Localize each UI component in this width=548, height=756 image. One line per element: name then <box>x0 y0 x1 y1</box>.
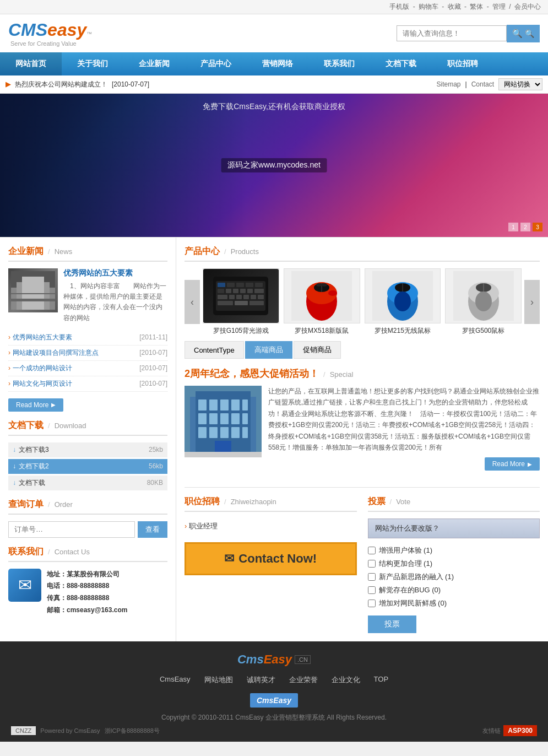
download-item-3[interactable]: ↓ 文档下载 80KB <box>8 476 167 490</box>
svg-rect-23 <box>251 295 256 299</box>
banner-dot-2[interactable]: 2 <box>520 223 530 231</box>
vote-checkbox-4[interactable] <box>368 586 376 594</box>
ticker-right: Sitemap | Contact 网站切换 <box>436 78 542 90</box>
vote-checkbox-2[interactable] <box>368 560 376 568</box>
promo-read-more[interactable]: Read More <box>485 457 540 471</box>
footer-nav-honor[interactable]: 企业荣誉 <box>289 675 318 685</box>
promo-text: 让您的产品，在互联网上普通盖地！想让更多的客户找到您吗？易通企业网站系统独创企业… <box>268 386 540 453</box>
promo-image <box>185 386 262 457</box>
order-input[interactable] <box>8 521 135 538</box>
ticker-text-container: ▶ 热烈庆祝本公司网站构建成立！ [2010-07-07] <box>6 80 149 89</box>
topbar-cart[interactable]: 购物车 <box>419 3 438 10</box>
svg-rect-56 <box>242 399 248 411</box>
sitemap-link[interactable]: Sitemap <box>436 80 460 88</box>
nav-downloads[interactable]: 文档下载 <box>370 52 432 75</box>
banner-dot-3[interactable]: 3 <box>533 223 542 231</box>
contact-now-label: Contact Now! <box>238 552 317 565</box>
download-icon-2: ↓ <box>13 462 16 470</box>
vote-option-3[interactable]: 新产品新思路的融入 (1) <box>368 570 540 584</box>
news-item-link-2[interactable]: 网站建设项目合同撰写注意点 <box>8 348 99 358</box>
promo-building-art <box>185 386 262 457</box>
download-icon-1: ↓ <box>13 446 16 453</box>
svg-rect-63 <box>209 427 218 438</box>
download-name-1: 文档下载3 <box>19 445 149 455</box>
topbar-member[interactable]: 会员中心 <box>514 3 541 10</box>
tab-high-end[interactable]: 高端商品 <box>245 341 292 359</box>
products-title: 产品中心 <box>185 246 220 257</box>
product-item-2: 罗技MX518新版鼠 <box>284 268 360 336</box>
footer-copyright: Copyright © 20010-2011 CmsEasy 企业营销型整理系统… <box>11 713 537 722</box>
footer-nav-sitemap[interactable]: 网站地图 <box>204 675 233 685</box>
svg-rect-9 <box>227 283 235 287</box>
vote-submit-button[interactable]: 投票 <box>368 615 416 633</box>
nav-products[interactable]: 产品中心 <box>185 52 247 75</box>
vote-option-4[interactable]: 解觉存在的BUG (0) <box>368 584 540 597</box>
banner-dot-1[interactable]: 1 <box>508 223 518 231</box>
envelope-icon: ✉ <box>224 552 234 565</box>
search-icon: 🔍 <box>512 29 523 38</box>
topbar-traditional[interactable]: 繁体 <box>470 3 483 10</box>
nav-marketing[interactable]: 营销网络 <box>247 52 308 75</box>
banner-dots: 1 2 3 <box>508 223 542 231</box>
download-subtitle: Download <box>55 422 86 430</box>
download-size-2: 56kb <box>149 462 163 470</box>
news-item-date-2: [2010-07] <box>139 349 167 357</box>
topbar-favorites[interactable]: 收藏 <box>448 3 461 10</box>
svg-rect-27 <box>249 301 264 305</box>
topbar-admin[interactable]: 管理 <box>492 3 506 10</box>
nav-home[interactable]: 网站首页 <box>0 52 62 75</box>
promo-separator: / <box>323 370 325 379</box>
vote-option-2[interactable]: 结构更加合理 (1) <box>368 557 540 570</box>
footer-logo-sub: .CN <box>295 655 311 664</box>
topbar-mobile[interactable]: 手机版 <box>389 3 409 10</box>
ticker-text: 热烈庆祝本公司网站构建成立！ <box>15 80 107 89</box>
nav-about[interactable]: 关于我们 <box>62 52 123 75</box>
order-subtitle: Order <box>55 500 73 509</box>
svg-rect-11 <box>246 283 253 287</box>
contact-info: ✉ 地址：某某股份有限公司 电话：888-88888888 传真：888-888… <box>8 569 167 616</box>
news-section-header: 企业新闻 / News <box>8 246 167 262</box>
search-input[interactable] <box>397 25 507 41</box>
download-item-1[interactable]: ↓ 文档下载3 25kb <box>8 442 167 457</box>
products-section-header: 产品中心 / Products <box>185 246 540 262</box>
contact-link[interactable]: Contact <box>471 80 494 88</box>
tab-promo[interactable]: 促销商品 <box>294 341 341 359</box>
icp-text: 浙ICP备88888888号 <box>105 727 160 735</box>
news-featured-title: 优秀网站的五大要素 <box>63 268 167 278</box>
news-item-link-1[interactable]: 优秀网站的五大要素 <box>8 333 72 342</box>
svg-rect-20 <box>229 295 235 299</box>
nav-contact[interactable]: 联系我们 <box>308 52 370 75</box>
footer-nav-culture[interactable]: 企业文化 <box>332 675 360 685</box>
news-list: 优秀网站的五大要素 [2011-11] 网站建设项目合同撰写注意点 [2010-… <box>8 330 167 392</box>
footer-nav-cmseasy[interactable]: CmsEasy <box>160 675 191 685</box>
news-item-date-1: [2011-11] <box>139 333 167 341</box>
svg-rect-66 <box>242 427 248 438</box>
footer-nav-jobs[interactable]: 诚聘英才 <box>247 675 275 685</box>
nav-news[interactable]: 企业新闻 <box>123 52 185 75</box>
carousel-prev-btn[interactable]: ‹ <box>185 280 200 324</box>
svg-rect-15 <box>233 289 238 293</box>
search-button[interactable]: 🔍 <box>507 25 540 42</box>
news-item-link-4[interactable]: 网站文化与网页设计 <box>8 379 72 388</box>
jobs-title: 职位招聘 <box>185 496 220 507</box>
vote-checkbox-5[interactable] <box>368 600 376 607</box>
download-size-3: 80KB <box>147 479 163 487</box>
vote-option-1[interactable]: 增强用户体验 (1) <box>368 544 540 557</box>
tab-content-type[interactable]: ContentType <box>185 341 244 359</box>
nav-jobs[interactable]: 职位招聘 <box>432 52 493 75</box>
carousel-next-btn[interactable]: › <box>524 280 540 324</box>
news-subtitle: News <box>55 247 73 256</box>
news-read-more[interactable]: Read More <box>8 398 63 412</box>
site-switch[interactable]: 网站切换 <box>498 78 542 90</box>
contact-now-button[interactable]: ✉Contact Now! <box>185 542 357 575</box>
vote-checkbox-1[interactable] <box>368 547 376 554</box>
order-button[interactable]: 查看 <box>138 521 167 538</box>
ticker-date: [2010-07-07] <box>112 80 149 88</box>
footer-nav-top[interactable]: TOP <box>374 675 389 685</box>
download-item-2[interactable]: ↓ 文档下载2 56kb <box>8 459 167 474</box>
products-grid: 罗技G105背光游戏 <box>203 268 522 336</box>
vote-checkbox-3[interactable] <box>368 573 376 581</box>
news-item-link-3[interactable]: 一个成功的网站设计 <box>8 364 72 373</box>
vote-subtitle: Vote <box>396 498 410 506</box>
vote-option-5[interactable]: 增加对网民新鲜感 (0) <box>368 597 540 610</box>
